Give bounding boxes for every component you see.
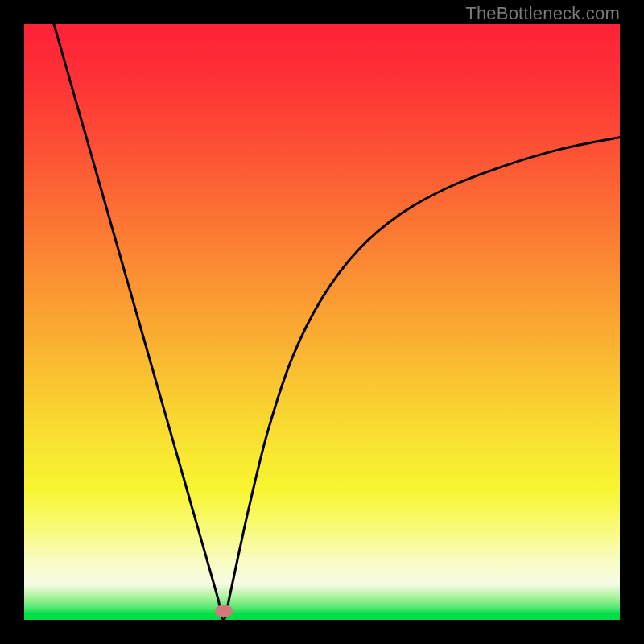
chart-frame: TheBottleneck.com	[0, 0, 644, 644]
curve-path	[54, 24, 620, 620]
minimum-marker	[215, 605, 233, 617]
plot-area	[24, 24, 620, 620]
watermark-text: TheBottleneck.com	[465, 3, 620, 24]
bottleneck-curve	[24, 24, 620, 620]
